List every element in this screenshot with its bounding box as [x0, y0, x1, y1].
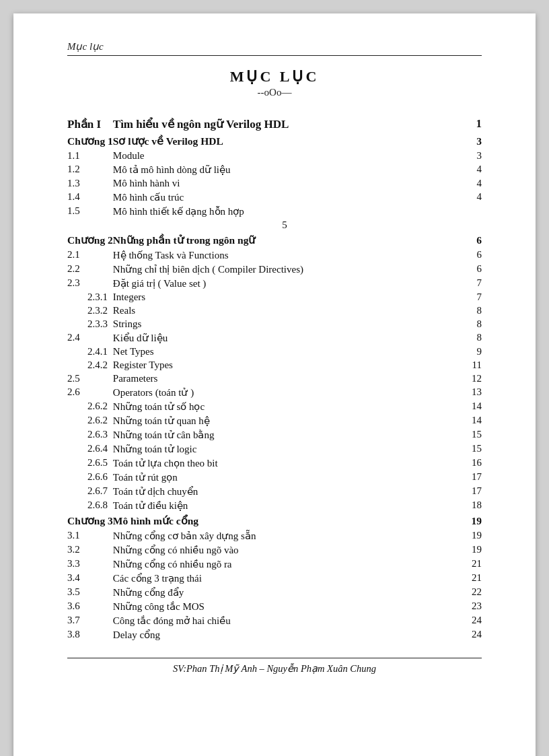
toc-row: 2.6.5 Toán tử lựa chọn theo bit 16 [67, 456, 482, 470]
toc-num: 2.5 [67, 372, 113, 385]
toc-row: 1.5 Mô hình thiết kế dạng hỗn hợp [67, 204, 482, 218]
toc-num: 2.3.3 [67, 317, 113, 331]
toc-num: 2.4.1 [67, 345, 113, 358]
toc-row: 2.6.7 Toán tử dịch chuyển 17 [67, 484, 482, 498]
toc-page: 14 [456, 399, 482, 413]
toc-label: Những toán tử số học [113, 399, 456, 413]
toc-page: 9 [456, 345, 482, 358]
toc-num: 2.3.2 [67, 304, 113, 317]
toc-label: Những công tắc MOS [113, 599, 456, 613]
toc-label: Những cổng cơ bản xây dựng sẵn [113, 528, 456, 543]
toc-row: 2.6.2 Những toán tử số học 14 [67, 399, 482, 413]
toc-row: 1.1 Module 3 [67, 149, 482, 162]
toc-row: 2.6.3 Những toán tử cân bằng 15 [67, 427, 482, 442]
toc-page: 19 [456, 512, 482, 528]
toc-num: 2.3.1 [67, 290, 113, 304]
toc-num: 3.6 [67, 599, 113, 613]
toc-row: 2.4 Kiểu dữ liệu 8 [67, 331, 482, 345]
toc-label: Đặt giá trị ( Value set ) [113, 276, 456, 290]
toc-row: 3.8 Delay cổng 24 [67, 627, 482, 642]
toc-label: Toán tử dịch chuyển [113, 484, 456, 498]
toc-num: 3.4 [67, 571, 113, 585]
toc-table: Phần I Tìm hiểu về ngôn ngữ Verilog HDL … [67, 110, 482, 642]
toc-row: 3.1 Những cổng cơ bản xây dựng sẵn 19 [67, 528, 482, 543]
toc-num: 2.3 [67, 276, 113, 290]
toc-num: 2.6.4 [67, 442, 113, 456]
toc-num: 2.6.7 [67, 484, 113, 498]
toc-page: 24 [456, 627, 482, 642]
toc-num: 2.6.2 [67, 399, 113, 413]
toc-num: 2.6.5 [67, 456, 113, 470]
toc-page: 15 [456, 427, 482, 442]
toc-page: 15 [456, 442, 482, 456]
toc-label: Công tắc đóng mở hai chiều [113, 613, 456, 627]
title-block: MỤC LỤC --oOo— [67, 68, 482, 98]
subtitle: --oOo— [67, 87, 482, 98]
toc-num: 2.6.6 [67, 470, 113, 484]
toc-num: 2.2 [67, 262, 113, 276]
toc-num: 3.7 [67, 613, 113, 627]
toc-page: 23 [456, 599, 482, 613]
toc-row: Chương 1 Sơ lược về Verilog HDL 3 [67, 133, 482, 149]
toc-page: 21 [456, 557, 482, 571]
toc-page: 14 [456, 413, 482, 427]
toc-page: 8 [456, 304, 482, 317]
toc-label: Toán tử lựa chọn theo bit [113, 456, 456, 470]
toc-label: Những cổng đẩy [113, 585, 456, 599]
toc-page: 24 [456, 613, 482, 627]
footer-text: SV:Phan Thị Mỹ Anh – Nguyễn Phạm Xuân Ch… [173, 663, 376, 674]
toc-label: Strings [113, 317, 456, 331]
toc-page: 8 [456, 317, 482, 331]
toc-page: 8 [456, 331, 482, 345]
toc-num: 3.2 [67, 543, 113, 557]
toc-page: 4 [456, 176, 482, 190]
toc-row: Phần I Tìm hiểu về ngôn ngữ Verilog HDL … [67, 110, 482, 133]
toc-label: Parameters [113, 372, 456, 385]
toc-num: 2.6 [67, 385, 113, 399]
toc-row: 2.6 Operators (toán tử ) 13 [67, 385, 482, 399]
toc-page: 6 [456, 232, 482, 248]
toc-num: 2.1 [67, 248, 113, 262]
toc-label: Tìm hiểu về ngôn ngữ Verilog HDL [113, 110, 456, 133]
toc-num: 3.1 [67, 528, 113, 543]
toc-label: Mô hình mức cổng [113, 512, 456, 528]
page: Mục lục MỤC LỤC --oOo— Phần I Tìm hiểu v… [13, 13, 536, 756]
toc-page: 4 [456, 190, 482, 204]
header-line: Mục lục [67, 40, 482, 56]
toc-label: Mô hình thiết kế dạng hỗn hợp [113, 204, 456, 218]
toc-row: 1.2 Mô tả mô hình dòng dữ liệu 4 [67, 162, 482, 176]
toc-row: 3.4 Các cổng 3 trạng thái 21 [67, 571, 482, 585]
toc-num: Chương 1 [67, 133, 113, 149]
toc-label: Toán tử rút gọn [113, 470, 456, 484]
toc-row: 3.7 Công tắc đóng mở hai chiều 24 [67, 613, 482, 627]
toc-label: Mô tả mô hình dòng dữ liệu [113, 162, 456, 176]
toc-page: 12 [456, 372, 482, 385]
toc-page: 18 [456, 498, 482, 512]
toc-row: 2.4.2 Register Types 11 [67, 358, 482, 372]
toc-row: 2.4.1 Net Types 9 [67, 345, 482, 358]
toc-label: Những toán tử logic [113, 442, 456, 456]
toc-label: Những cổng có nhiều ngõ vào [113, 543, 456, 557]
toc-label: Reals [113, 304, 456, 317]
toc-row: 2.3 Đặt giá trị ( Value set ) 7 [67, 276, 482, 290]
toc-page: 7 [456, 276, 482, 290]
toc-page: 3 [456, 149, 482, 162]
toc-page: 22 [456, 585, 482, 599]
toc-label: Những phần tử trong ngôn ngữ [113, 232, 456, 248]
toc-num: 2.6.3 [67, 427, 113, 442]
toc-row: 2.3.1 Integers 7 [67, 290, 482, 304]
toc-page [456, 218, 482, 232]
toc-label: Những toán tử cân bằng [113, 427, 456, 442]
toc-page: 19 [456, 543, 482, 557]
toc-page: 3 [456, 133, 482, 149]
toc-page: 13 [456, 385, 482, 399]
toc-num: 1.2 [67, 162, 113, 176]
toc-label: Net Types [113, 345, 456, 358]
toc-label: Integers [113, 290, 456, 304]
toc-row: 3.6 Những công tắc MOS 23 [67, 599, 482, 613]
toc-label: Toán tử điều kiện [113, 498, 456, 512]
toc-label: Các cổng 3 trạng thái [113, 571, 456, 585]
toc-label: Những toán tử quan hệ [113, 413, 456, 427]
toc-row: 1.3 Mô hình hành vi 4 [67, 176, 482, 190]
toc-row: 2.6.6 Toán tử rút gọn 17 [67, 470, 482, 484]
